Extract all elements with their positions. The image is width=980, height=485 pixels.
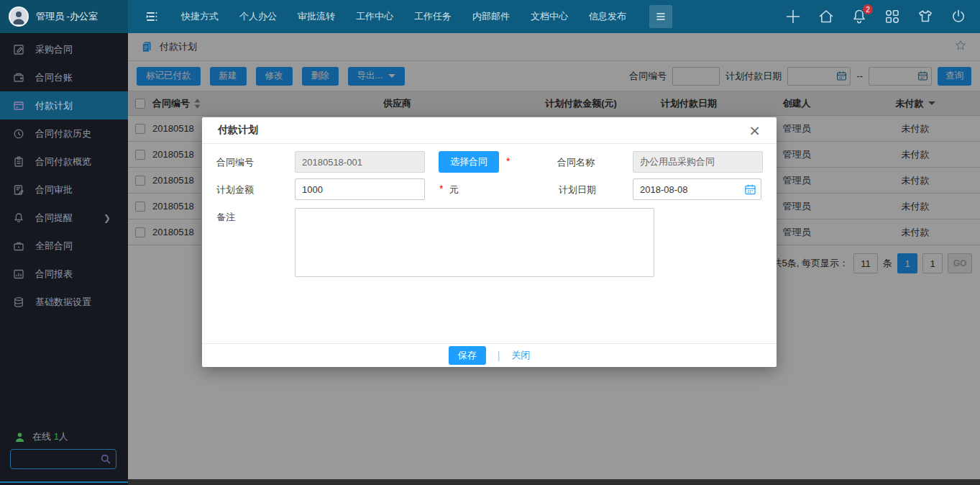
clipboard-icon: [13, 156, 24, 168]
wallet-icon: [13, 72, 24, 83]
payment-card-icon: [13, 100, 24, 112]
sidebar-item-purchase-contract[interactable]: 采购合同: [0, 35, 128, 63]
topbar-actions: 2: [784, 8, 980, 25]
contacts-grid-icon: [884, 8, 901, 25]
doc-pen-icon: [13, 184, 24, 196]
save-button[interactable]: 保存: [449, 346, 486, 365]
plan-date-field: [633, 178, 761, 200]
contract-no-label: 合同编号: [216, 156, 254, 169]
footer-divider: |: [498, 350, 500, 361]
sidebar-item-label: 合同审批: [35, 183, 73, 196]
online-count: 1: [54, 431, 59, 442]
collapse-menu-icon[interactable]: [142, 9, 161, 24]
home-button[interactable]: [818, 8, 835, 25]
sidebar-item-label: 合同付款历史: [35, 127, 91, 140]
user-name: 管理员 -办公室: [36, 10, 98, 23]
sidebar-item-all-contracts[interactable]: 全部合同: [0, 232, 128, 260]
dialog-footer: 保存 | 关闭: [202, 343, 777, 367]
sidebar-item-contract-ledger[interactable]: 合同台账: [0, 63, 128, 91]
contacts-button[interactable]: [884, 8, 901, 25]
sidebar-item-contract-reminder[interactable]: 合同提醒 ❯: [0, 204, 128, 232]
home-icon: [818, 8, 835, 25]
sidebar-item-payment-overview[interactable]: 合同付款概览: [0, 148, 128, 176]
sidebar-item-payment-plan[interactable]: 付款计划: [0, 91, 128, 119]
choose-contract-button[interactable]: 选择合同: [439, 151, 499, 173]
contract-doc-icon: [13, 44, 24, 55]
menu-item-work-tasks[interactable]: 工作任务: [414, 10, 452, 23]
close-icon[interactable]: ×: [748, 123, 761, 137]
sidebar-item-payment-history[interactable]: 合同付款历史: [0, 119, 128, 148]
power-icon: [950, 8, 967, 25]
amount-unit: 元: [449, 183, 459, 196]
sidebar-item-label: 基础数据设置: [35, 296, 91, 309]
remark-label: 备注: [216, 211, 235, 224]
contract-name-label: 合同名称: [557, 156, 595, 169]
briefcase-icon: [13, 240, 24, 252]
sidebar-item-contract-reports[interactable]: 合同报表: [0, 260, 128, 288]
required-asterisk: *: [506, 155, 510, 167]
plan-date-label: 计划日期: [559, 183, 596, 196]
plan-amount-input[interactable]: [295, 178, 425, 200]
tshirt-icon: [917, 8, 934, 25]
sidebar-item-label: 采购合同: [35, 43, 73, 56]
database-icon: [13, 296, 24, 308]
sidebar-search-input[interactable]: [15, 450, 96, 468]
add-button[interactable]: [784, 8, 802, 25]
sidebar-item-base-data-settings[interactable]: 基础数据设置: [0, 288, 128, 316]
sidebar-search: [10, 449, 116, 469]
notification-badge: 2: [862, 4, 874, 15]
menu-item-shortcuts[interactable]: 快捷方式: [181, 10, 219, 23]
sidebar-item-label: 合同台账: [35, 71, 73, 84]
sidebar-item-label: 付款计划: [35, 99, 73, 112]
chart-icon: [13, 268, 24, 280]
hamburger-icon: [654, 10, 667, 23]
plus-icon: [784, 8, 802, 25]
avatar: [9, 6, 29, 27]
sidebar-item-label: 合同提醒: [35, 212, 73, 225]
dialog-title: 付款计划: [218, 124, 258, 137]
theme-button[interactable]: [917, 8, 934, 25]
menu-item-personal-office[interactable]: 个人办公: [239, 10, 277, 23]
top-menu: 快捷方式 个人办公 审批流转 工作中心 工作任务 内部邮件 文档中心 信息发布: [181, 10, 626, 23]
online-status: 在线 1人: [14, 430, 68, 443]
plan-date-input[interactable]: [633, 178, 761, 200]
calendar-icon[interactable]: [744, 183, 756, 196]
menu-item-work-center[interactable]: 工作中心: [356, 10, 393, 23]
sidebar-item-label: 合同报表: [35, 268, 73, 281]
contract-no-input[interactable]: [295, 151, 425, 173]
person-icon: [10, 8, 27, 25]
menu-item-info-publish[interactable]: 信息发布: [589, 10, 626, 23]
online-unit: 人: [59, 431, 68, 442]
contract-name-input[interactable]: [633, 151, 763, 173]
menu-item-approval-flow[interactable]: 审批流转: [298, 10, 335, 23]
user-block[interactable]: 管理员 -办公室: [0, 0, 128, 33]
required-asterisk: *: [439, 183, 443, 194]
payment-plan-dialog: 付款计划 × 合同编号 选择合同 * 合同名称 计划金额 * 元 计划日期 备注…: [202, 117, 777, 367]
close-link[interactable]: 关闭: [511, 349, 530, 362]
more-menu-button[interactable]: [649, 5, 672, 28]
online-label: 在线: [32, 431, 51, 442]
sidebar: 采购合同 合同台账 付款计划 合同付款历史 合同付款概览 合同审批 合同提醒: [0, 33, 128, 485]
clock-icon: [13, 128, 24, 140]
sidebar-item-label: 全部合同: [35, 240, 73, 253]
sidebar-item-contract-approval[interactable]: 合同审批: [0, 176, 128, 204]
online-person-icon: [14, 432, 25, 443]
notifications-button[interactable]: 2: [851, 8, 868, 25]
topbar: 管理员 -办公室 快捷方式 个人办公 审批流转 工作中心 工作任务 内部邮件 文…: [0, 0, 980, 33]
menu-item-internal-mail[interactable]: 内部邮件: [472, 10, 510, 23]
remark-textarea[interactable]: [295, 208, 654, 277]
plan-amount-label: 计划金额: [216, 183, 254, 196]
logout-button[interactable]: [950, 8, 967, 25]
search-icon[interactable]: [100, 453, 111, 468]
menu-item-document-center[interactable]: 文档中心: [531, 10, 568, 23]
sidebar-item-label: 合同付款概览: [35, 155, 91, 168]
bell-icon: [13, 212, 24, 224]
dialog-header: 付款计划 ×: [202, 117, 777, 144]
chevron-right-icon: ❯: [104, 213, 111, 223]
